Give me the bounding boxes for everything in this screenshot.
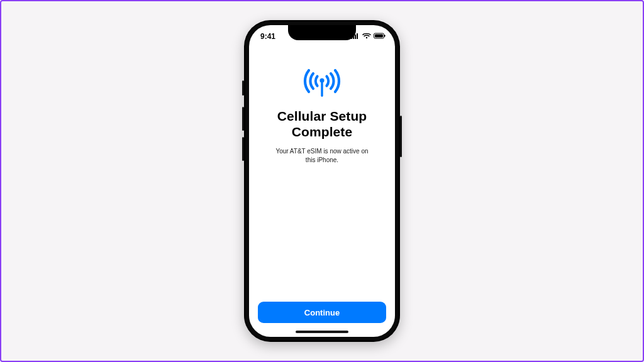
wifi-icon [362,32,371,41]
continue-button-label: Continue [304,308,340,317]
status-time: 9:41 [260,32,275,41]
svg-point-4 [366,37,367,38]
volume-down [242,137,244,161]
cellular-antenna-icon [303,67,341,101]
status-right [351,32,386,41]
mute-switch [242,80,244,96]
phone-frame: 9:41 [244,20,400,342]
phone-screen: 9:41 [249,25,395,337]
app-canvas: 9:41 [0,0,644,362]
svg-rect-3 [357,33,358,39]
svg-rect-6 [375,35,383,38]
power-button [400,116,402,157]
volume-up [242,107,244,131]
continue-button[interactable]: Continue [258,302,386,323]
svg-rect-7 [384,35,386,37]
svg-rect-2 [355,35,356,39]
svg-rect-9 [321,82,323,97]
page-title: Cellular Setup Complete [277,108,367,140]
main-content: Cellular Setup Complete Your AT&T eSIM i… [249,43,395,337]
page-subtitle: Your AT&T eSIM is now active on this iPh… [275,147,368,164]
notch [288,25,356,40]
battery-icon [374,32,386,41]
home-indicator [296,331,348,333]
